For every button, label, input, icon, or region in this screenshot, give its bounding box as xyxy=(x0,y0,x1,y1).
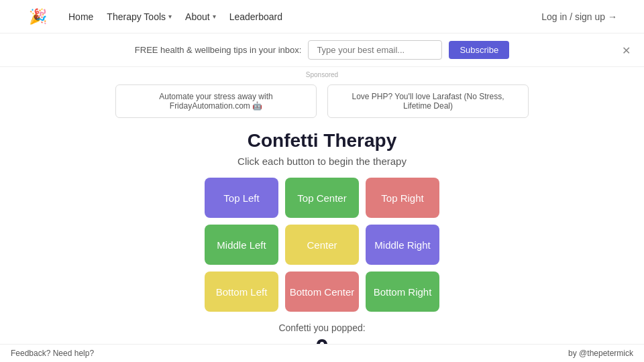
auth-link[interactable]: Log in / sign up → xyxy=(541,11,617,22)
counter-label: Confetti you popped: xyxy=(278,322,365,333)
nav-therapy-tools[interactable]: Therapy Tools ▾ xyxy=(107,11,172,22)
chevron-down-icon: ▾ xyxy=(168,13,172,20)
ad-banner-2[interactable]: Love PHP? You'll love Larafast (No Stres… xyxy=(327,84,529,118)
attribution: by @thepetermick xyxy=(568,349,633,358)
ad-banner-1[interactable]: Automate your stress away with FridayAut… xyxy=(115,84,317,118)
page-title: Confetti Therapy xyxy=(248,130,396,152)
email-input[interactable] xyxy=(308,40,442,60)
subscribe-button[interactable]: Subscribe xyxy=(449,41,509,59)
button-grid: Top LeftTop CenterTop RightMiddle LeftCe… xyxy=(205,178,439,312)
nav-leaderboard[interactable]: Leaderboard xyxy=(229,11,282,22)
nav-about[interactable]: About ▾ xyxy=(185,11,216,22)
nav-left: 🎉 Home Therapy Tools ▾ About ▾ Leaderboa… xyxy=(27,6,282,27)
subscription-bar: FREE health & wellbeing tips in your inb… xyxy=(0,34,644,67)
logo-icon: 🎉 xyxy=(27,6,48,27)
nav-links: Home Therapy Tools ▾ About ▾ Leaderboard xyxy=(68,11,282,22)
footer: Feedback? Need help? by @thepetermick xyxy=(0,344,644,362)
navigation: 🎉 Home Therapy Tools ▾ About ▾ Leaderboa… xyxy=(0,0,644,34)
therapy-btn-tc[interactable]: Top Center xyxy=(285,178,359,218)
therapy-btn-bc[interactable]: Bottom Center xyxy=(285,272,359,312)
sub-bar-text: FREE health & wellbeing tips in your inb… xyxy=(135,45,302,55)
feedback-link[interactable]: Feedback? Need help? xyxy=(11,349,94,358)
therapy-btn-tl[interactable]: Top Left xyxy=(205,178,278,218)
therapy-btn-bl[interactable]: Bottom Left xyxy=(205,272,278,312)
therapy-btn-br[interactable]: Bottom Right xyxy=(366,272,439,312)
sponsored-section: Sponsored xyxy=(0,67,644,82)
close-button[interactable]: ✕ xyxy=(622,44,631,56)
sponsored-label: Sponsored xyxy=(306,71,338,78)
therapy-btn-mc[interactable]: Center xyxy=(285,225,359,265)
page-subtitle: Click each button to begin the therapy xyxy=(237,156,407,167)
therapy-btn-ml[interactable]: Middle Left xyxy=(205,225,278,265)
main-content: Confetti Therapy Click each button to be… xyxy=(0,123,644,362)
therapy-btn-tr[interactable]: Top Right xyxy=(366,178,439,218)
therapy-btn-mr[interactable]: Middle Right xyxy=(366,225,439,265)
chevron-down-icon: ▾ xyxy=(213,13,216,20)
nav-home[interactable]: Home xyxy=(68,11,93,22)
ad-banners: Automate your stress away with FridayAut… xyxy=(0,82,644,123)
